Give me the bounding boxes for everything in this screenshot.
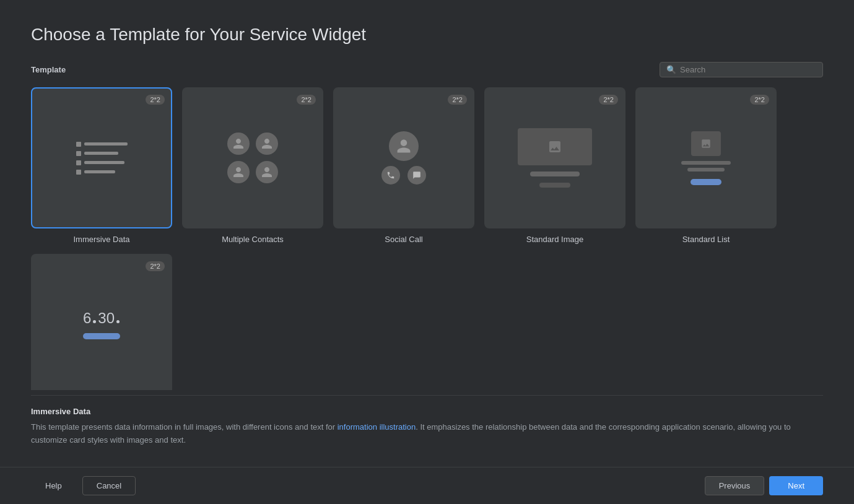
doc-line [76,170,115,175]
social-icons-row [381,166,426,185]
template-name: Standard Image [526,235,584,244]
clock-separator-dot-top [93,320,96,323]
clock-btn [83,333,120,339]
template-name: Multiple Contacts [222,235,284,244]
template-card-standard-image[interactable]: 2*2 Standard Image [484,87,625,244]
std-list-lines [681,161,731,172]
contact-avatar [256,161,278,183]
doc-line [76,160,124,165]
template-badge: 2*2 [448,95,467,105]
search-input[interactable] [680,65,816,74]
template-name: Standard List [682,235,730,244]
icon-immersive [70,136,134,181]
template-header: Template 🔍 [31,62,823,77]
line-icon [84,142,128,146]
icon-contacts [227,133,278,183]
template-card-social-call[interactable]: 2*2 [333,87,474,244]
template-card-inner: 2*2 [182,87,323,228]
help-button[interactable]: Help [31,476,76,495]
search-box[interactable]: 🔍 [660,62,823,77]
contact-avatar [227,161,250,183]
desc-text-plain: This template presents data information … [31,422,338,432]
desc-text-highlight: information illustration [338,422,416,432]
template-card-inner: 2*2 [31,87,172,228]
template-card-inner: 2*2 [333,87,474,228]
clock-hours: 6 [83,310,91,327]
page-title: Choose a Template for Your Service Widge… [31,25,823,45]
doc-line [76,142,128,147]
bullet-icon [76,160,81,165]
cancel-button[interactable]: Cancel [82,476,136,495]
template-card-clock-timer[interactable]: 2*2 6 30 [31,254,172,390]
contact-avatar [227,133,250,155]
bullet-icon [76,151,81,156]
description-text: This template presents data information … [31,421,823,447]
icon-social-call [381,131,426,185]
icon-clock: 6 30 [83,310,120,339]
image-placeholder-icon [518,128,592,165]
bullet-icon [76,170,81,175]
template-badge: 2*2 [146,95,165,105]
social-avatar [389,131,419,161]
clock-minutes: 30 [98,310,115,327]
footer-right: Previous Next [705,476,823,495]
template-badge: 2*2 [750,95,769,105]
template-card-inner: 2*2 6 30 [31,254,172,390]
template-card-inner: 2*2 [484,87,625,228]
icon-standard-image [518,128,592,188]
description-title: Immersive Data [31,407,823,416]
template-name: Social Call [385,235,422,244]
next-button[interactable]: Next [769,476,823,495]
doc-line [76,151,118,156]
line-icon [84,161,124,164]
templates-grid: 2*2 [31,87,819,390]
template-name: Immersive Data [73,235,129,244]
bullet-icon [76,142,81,147]
icon-standard-list [681,131,731,185]
footer-left: Help Cancel [31,476,136,495]
std-list-image-icon [691,131,721,156]
template-badge: 2*2 [146,261,165,271]
template-card-standard-list[interactable]: 2*2 Standard List [635,87,777,244]
line-icon [84,152,118,155]
clock-seconds-dot [116,320,120,323]
list-line [681,161,731,165]
template-label: Template [31,65,66,74]
template-badge: 2*2 [599,95,618,105]
templates-grid-wrapper[interactable]: 2*2 [31,87,823,390]
clock-display: 6 30 [83,310,120,327]
footer: Help Cancel Previous Next [0,467,854,504]
template-badge: 2*2 [297,95,316,105]
description-area: Immersive Data This template presents da… [31,395,823,454]
previous-button[interactable]: Previous [705,476,765,495]
list-line [687,168,725,172]
template-card-immersive-data[interactable]: 2*2 [31,87,172,244]
search-icon: 🔍 [666,65,676,74]
contact-avatar [256,133,278,155]
line-icon [84,170,115,173]
phone-icon [381,166,400,185]
template-card-inner: 2*2 [635,87,777,228]
list-btn [691,179,721,185]
message-icon [407,166,426,185]
std-img-line [530,172,580,176]
main-content: Choose a Template for Your Service Widge… [0,0,854,467]
template-card-multiple-contacts[interactable]: 2*2 [182,87,323,244]
std-img-line-short [539,183,570,188]
